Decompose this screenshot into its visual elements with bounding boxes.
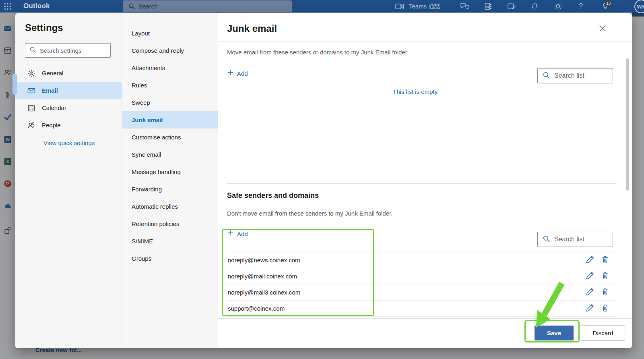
outlook-settings-screen: Create new fol... W X P	[0, 0, 644, 359]
delete-trash-icon[interactable]	[601, 272, 611, 281]
settings-nav-label: People	[42, 122, 61, 129]
safe-senders-heading: Safe senders and domains	[227, 191, 319, 200]
teams-call-label[interactable]: Teams 通話	[409, 3, 440, 10]
settings-gear-icon[interactable]	[553, 0, 563, 12]
panel-scrollbar-thumb[interactable]	[626, 58, 629, 191]
chat-icon[interactable]	[460, 0, 470, 12]
view-quick-settings-link[interactable]: View quick settings	[43, 139, 95, 146]
delete-trash-icon[interactable]	[601, 255, 611, 265]
global-search-input[interactable]	[138, 3, 271, 10]
title-divider	[218, 42, 632, 42]
settings-nav-label: Calendar	[42, 104, 66, 111]
edit-pencil-icon[interactable]	[586, 255, 595, 265]
section-divider	[227, 183, 617, 184]
edit-pencil-icon[interactable]	[586, 303, 595, 313]
safe-sender-row: support@coinex.com	[228, 300, 534, 316]
blocked-add-button[interactable]: Add	[228, 70, 248, 77]
notifications-bell-icon[interactable]	[530, 0, 539, 12]
account-avatar[interactable]: WX	[634, 0, 644, 13]
safe-sender-row: noreply@mail.coinex.com	[228, 268, 534, 284]
settings-nav-people[interactable]: People	[15, 116, 122, 134]
global-search-box[interactable]	[123, 0, 292, 12]
edit-pencil-icon[interactable]	[586, 287, 595, 297]
safe-sender-address: noreply@mail3.coinex.com	[228, 289, 300, 296]
gear-icon	[27, 69, 35, 77]
delete-trash-icon[interactable]	[601, 304, 611, 313]
settings-search-box[interactable]	[25, 43, 111, 58]
email-nav-groups[interactable]: Groups	[122, 250, 218, 267]
safe-sender-address: noreply@mail.coinex.com	[228, 273, 297, 280]
edit-pencil-icon[interactable]	[586, 271, 595, 281]
email-nav-compose-and-reply[interactable]: Compose and reply	[122, 42, 218, 59]
settings-nav-scrollbar[interactable]	[12, 74, 17, 95]
safe-sender-row: noreply@news.coinex.com	[228, 252, 534, 268]
delete-trash-icon[interactable]	[601, 288, 611, 297]
app-launcher-waffle-icon[interactable]	[3, 0, 12, 12]
email-nav-message-handling[interactable]: Message handling	[122, 163, 218, 181]
safe-add-button[interactable]: Add	[228, 230, 248, 237]
row-separator	[227, 251, 617, 251]
row-separator	[227, 316, 617, 317]
email-nav-rules[interactable]: Rules	[122, 77, 218, 94]
blocked-search-list-input[interactable]	[554, 72, 603, 79]
plus-icon	[228, 230, 233, 237]
safe-sender-address: noreply@news.coinex.com	[228, 257, 300, 264]
settings-dialog: Settings General Email	[15, 13, 632, 348]
email-settings-nav: Layout Compose and reply Attachments Rul…	[122, 13, 218, 348]
tasks-calendar-check-icon[interactable]	[506, 0, 517, 12]
meet-now-camera-icon[interactable]	[394, 0, 405, 12]
email-nav-customise-actions[interactable]: Customise actions	[122, 129, 218, 146]
envelope-icon	[27, 87, 35, 95]
email-nav-retention-policies[interactable]: Retention policies	[122, 215, 218, 232]
plus-icon	[228, 70, 233, 77]
email-nav-sweep[interactable]: Sweep	[122, 94, 218, 111]
settings-nav-general[interactable]: General	[15, 64, 122, 82]
suite-header: Outlook Teams 通話 N ? 13	[0, 0, 644, 12]
help-question-icon[interactable]: ?	[576, 0, 585, 12]
settings-nav-label: General	[42, 70, 63, 77]
safe-sender-row: noreply@mail3.coinex.com	[228, 284, 534, 300]
blocked-search-list-box[interactable]	[537, 68, 613, 83]
safe-search-list-box[interactable]	[537, 232, 613, 247]
svg-text:N: N	[486, 4, 489, 8]
close-icon[interactable]	[598, 24, 609, 34]
safe-search-list-input[interactable]	[554, 236, 603, 243]
people-icon	[27, 121, 35, 129]
email-nav-automatic-replies[interactable]: Automatic replies	[122, 198, 218, 215]
safe-senders-description: Don't move email from these senders to m…	[227, 210, 392, 217]
settings-nav-label: Email	[42, 87, 58, 94]
email-nav-smime[interactable]: S/MIME	[122, 232, 218, 250]
footer-divider	[218, 318, 632, 319]
outlook-wordmark: Outlook	[23, 2, 50, 10]
discard-button[interactable]: Discard	[581, 326, 625, 340]
safe-sender-address: support@coinex.com	[228, 305, 285, 312]
blocked-senders-description: Move email from these senders or domains…	[227, 49, 409, 56]
email-nav-sync-email[interactable]: Sync email	[122, 146, 218, 163]
email-nav-layout[interactable]: Layout	[122, 25, 218, 42]
junk-email-title: Junk email	[227, 23, 277, 34]
search-icon	[543, 71, 550, 81]
calendar-icon	[27, 104, 35, 112]
settings-panel: Settings General Email	[15, 13, 122, 348]
email-nav-forwarding[interactable]: Forwarding	[122, 181, 218, 198]
settings-nav-calendar[interactable]: Calendar	[15, 99, 122, 116]
search-icon	[543, 235, 550, 244]
settings-title: Settings	[25, 22, 63, 33]
settings-search-input[interactable]	[40, 47, 104, 54]
search-icon	[128, 3, 135, 10]
search-icon	[29, 46, 36, 55]
email-nav-attachments[interactable]: Attachments	[122, 59, 218, 77]
settings-nav-email[interactable]: Email	[15, 82, 122, 99]
tips-count-badge: 13	[605, 0, 612, 6]
blocked-empty-text: This list is empty.	[369, 88, 462, 95]
onenote-feed-icon[interactable]: N	[483, 0, 493, 12]
email-nav-junk-email[interactable]: Junk email	[122, 111, 218, 129]
save-button[interactable]: Save	[535, 326, 574, 340]
